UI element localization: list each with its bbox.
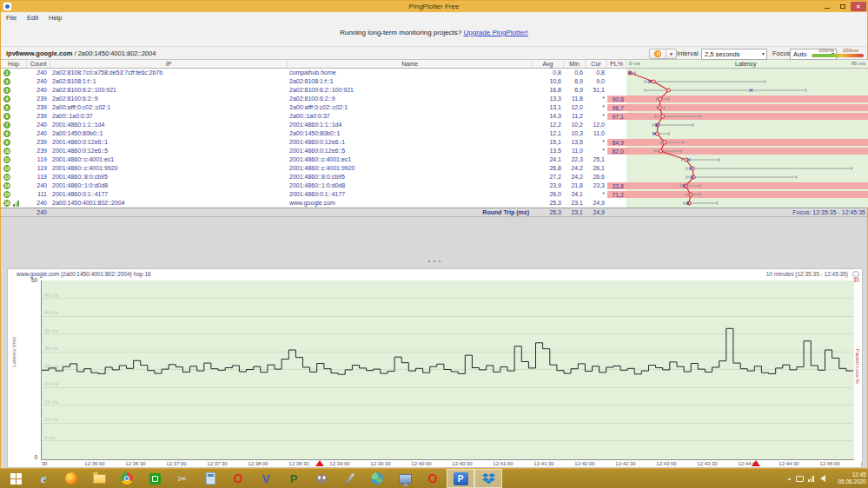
focus-range-text: Focus: 12:35:35 - 12:45:35 <box>626 208 868 216</box>
interval-select[interactable]: 2,5 seconds <box>701 49 767 60</box>
pl-column-header[interactable]: PL% <box>607 60 626 68</box>
min-cell: 0,6 <box>564 69 586 77</box>
legend-100ms: 100ms <box>818 48 834 53</box>
ip-column-header[interactable]: IP <box>50 60 288 68</box>
close-button[interactable]: ✕ <box>851 2 866 11</box>
latency-chart[interactable] <box>626 69 868 208</box>
pl-cell: 90,8 <box>607 95 626 103</box>
volume-tray-icon[interactable] <box>820 475 825 482</box>
taskbar-file-explorer[interactable] <box>85 469 113 488</box>
taskbar-snipping-tool[interactable]: ✂ <box>169 469 196 488</box>
name-column-header[interactable]: Name <box>288 60 533 68</box>
clock-date: 05.06.2020 <box>830 478 866 485</box>
min-column-header[interactable]: Min <box>564 60 586 68</box>
avg-column-header[interactable]: Avg <box>533 60 564 68</box>
cur-cell: * <box>586 138 607 147</box>
min-cell: 11,2 <box>564 112 586 121</box>
count-cell: 240 <box>27 199 50 208</box>
hop-column-header[interactable]: Hop <box>1 60 27 68</box>
legend-200ms: 200ms <box>843 48 858 53</box>
hop-number-badge: 15 <box>3 191 10 198</box>
upgrade-link[interactable]: Upgrade PingPlotter! <box>464 29 528 36</box>
time-tick-label: 12:45:30 <box>860 461 863 466</box>
right-axis-title: Packet Loss % <box>855 349 860 384</box>
minimize-icon <box>825 8 830 9</box>
taskbar-pingplotter[interactable]: P <box>447 469 474 488</box>
taskbar-firefox[interactable] <box>57 469 85 488</box>
taskbar-buttons: e✂OVPOP <box>2 469 502 488</box>
hop-number-badge: 9 <box>3 139 10 146</box>
splitter-handle[interactable] <box>1 260 867 262</box>
pl-cell <box>607 129 626 138</box>
count-cell: 240 <box>27 69 50 77</box>
avg-cell: 23,9 <box>533 181 564 190</box>
count-column-header[interactable]: Count <box>27 60 50 68</box>
taskbar-green-app[interactable] <box>141 469 169 488</box>
hop-cell: 1 <box>1 69 27 77</box>
remote-desktop-icon <box>399 474 412 484</box>
taskbar-opera[interactable]: O <box>224 469 252 488</box>
taskbar-stylus[interactable] <box>335 469 363 488</box>
internet-explorer-icon: e <box>41 472 47 486</box>
pause-button[interactable] <box>650 49 666 58</box>
ip-cell: 2001:4860::c:4001:ec1 <box>50 155 288 164</box>
pause-dropdown[interactable]: ▼ <box>666 49 676 58</box>
upgrade-banner: Running long-term monitoring projects? U… <box>1 23 867 46</box>
yaxis-title: Latency (ms) <box>11 337 17 367</box>
taskbar-internet-explorer[interactable]: e <box>30 469 57 488</box>
time-tick-label: 12:45:00 <box>819 461 839 466</box>
pl-cell <box>607 155 626 164</box>
show-hidden-icons-button[interactable]: ▲ <box>787 476 792 481</box>
taskbar-opera-2[interactable]: O <box>419 469 447 488</box>
taskbar-clock[interactable]: 12:45 05.06.2020 <box>830 472 866 485</box>
taskbar-start[interactable] <box>2 469 30 488</box>
yaxis-min-label: 0 <box>8 454 37 460</box>
hop-number-badge: 10 <box>3 148 10 155</box>
pl-cell <box>607 77 626 86</box>
taskbar-calculator[interactable] <box>196 469 224 488</box>
taskbar-gimp[interactable] <box>308 469 335 488</box>
footer-count: 240 <box>27 208 50 216</box>
avg-cell: 13,5 <box>533 147 564 155</box>
pl-cell: 97,1 <box>607 112 626 121</box>
latency-legend: 100ms200ms <box>812 48 864 57</box>
maximize-button[interactable] <box>835 2 851 11</box>
taskbar-remote-desktop[interactable] <box>391 469 419 488</box>
min-cell: 12,0 <box>564 103 586 112</box>
taskbar-globe[interactable] <box>363 469 391 488</box>
time-tick-label: 12:43:00 <box>656 461 676 466</box>
taskbar-project[interactable]: P <box>280 469 308 488</box>
green-app-icon <box>149 473 161 485</box>
count-cell: 240 <box>27 77 50 86</box>
pc-tray-icon[interactable] <box>796 476 804 482</box>
time-tick-label: 12:38:30 <box>288 461 308 466</box>
minimize-button[interactable] <box>819 2 835 11</box>
time-tick-label: 12:37:00 <box>166 461 186 466</box>
taskbar-dropbox[interactable] <box>474 469 502 488</box>
svg-text:30 ms: 30 ms <box>44 346 58 351</box>
hop-number-badge: 12 <box>3 165 10 172</box>
menu-bar: FileEditHelp <box>1 12 867 23</box>
latency-column-header[interactable]: 0 ms Latency 95 ms <box>626 60 868 68</box>
menu-item-help[interactable]: Help <box>49 14 62 22</box>
min-cell: 6,9 <box>564 77 586 86</box>
network-tray-icon[interactable] <box>808 476 816 482</box>
count-cell: 240 <box>27 86 50 95</box>
pl-cell <box>607 86 626 95</box>
chrome-icon <box>121 472 133 485</box>
min-cell: 10,3 <box>564 129 586 138</box>
timeline-plot[interactable]: 45 ms40 ms35 ms30 ms25 ms20 ms15 ms10 ms… <box>41 280 854 460</box>
project-icon: P <box>290 472 298 485</box>
graph-time-scale[interactable]: 10 minutes (12:35:35 - 12:45:35) <box>766 271 848 277</box>
focus-label: Focus <box>772 47 790 61</box>
pause-split-button[interactable]: ▼ <box>649 49 677 59</box>
menu-item-file[interactable]: File <box>6 14 17 22</box>
cur-column-header[interactable]: Cur <box>586 60 607 68</box>
taskbar-chrome[interactable] <box>113 469 141 488</box>
svg-text:35 ms: 35 ms <box>44 328 58 333</box>
gimp-icon <box>316 474 328 484</box>
avg-cell: 15,1 <box>533 138 564 147</box>
menu-item-edit[interactable]: Edit <box>27 14 38 22</box>
taskbar-visio[interactable]: V <box>252 469 280 488</box>
min-cell: 24,2 <box>564 173 586 181</box>
